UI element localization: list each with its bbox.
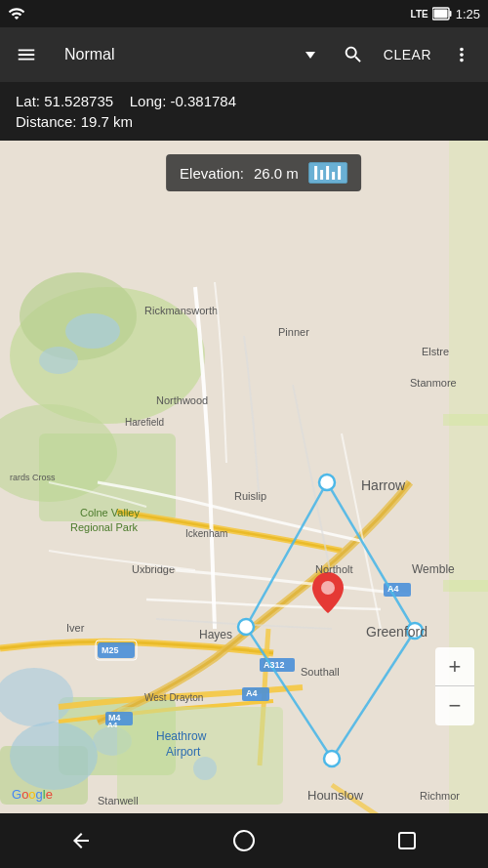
back-icon <box>69 829 93 852</box>
distance-value: 19.7 km <box>81 113 133 130</box>
svg-text:Regional Park: Regional Park <box>70 521 139 533</box>
lte-label: LTE <box>411 9 428 20</box>
svg-point-29 <box>319 475 335 490</box>
dropdown-arrow-icon <box>305 52 315 59</box>
svg-text:Southall: Southall <box>301 666 340 678</box>
toolbar: Normal CLEAR <box>0 27 488 82</box>
svg-text:Heathrow: Heathrow <box>156 729 207 743</box>
svg-point-13 <box>10 722 98 790</box>
distance-line: Distance: 19.7 km <box>16 113 472 130</box>
ruler-line-2 <box>320 170 323 180</box>
svg-text:Hayes: Hayes <box>199 628 232 641</box>
svg-rect-23 <box>443 414 488 426</box>
svg-text:M25: M25 <box>102 645 119 655</box>
more-icon <box>451 44 472 65</box>
elevation-ruler-icon <box>308 162 347 184</box>
svg-text:Colne Valley: Colne Valley <box>80 507 140 518</box>
svg-point-32 <box>238 619 254 635</box>
svg-point-33 <box>321 581 335 595</box>
svg-rect-24 <box>443 580 488 592</box>
signal-icon <box>8 5 25 22</box>
map-type-label: Normal <box>64 46 115 63</box>
svg-text:Iver: Iver <box>66 622 85 634</box>
ruler-line-4 <box>332 172 335 180</box>
svg-text:Wemble: Wemble <box>412 562 455 576</box>
recents-button[interactable] <box>384 817 430 864</box>
elevation-value: 26.0 m <box>254 165 299 182</box>
home-icon <box>232 829 256 852</box>
svg-text:Airport: Airport <box>166 745 201 759</box>
svg-rect-2 <box>433 10 447 19</box>
google-logo: Google <box>12 787 53 802</box>
svg-text:Ickenham: Ickenham <box>185 528 227 539</box>
ruler-line-3 <box>326 166 329 180</box>
svg-text:Richmor: Richmor <box>420 790 460 802</box>
svg-text:Hounslow: Hounslow <box>307 788 364 803</box>
back-button[interactable] <box>58 817 104 864</box>
svg-text:Stanwell: Stanwell <box>98 795 139 806</box>
svg-text:Harrow: Harrow <box>361 477 406 493</box>
info-bar: Lat: 51.528735 Long: -0.381784 Distance:… <box>0 82 488 141</box>
svg-text:Greenford: Greenford <box>366 624 427 640</box>
menu-button[interactable] <box>8 36 45 73</box>
status-right: LTE 1:25 <box>411 7 480 21</box>
svg-text:West Drayton: West Drayton <box>144 692 203 703</box>
toolbar-actions: CLEAR <box>335 36 480 73</box>
ruler-lines <box>314 166 341 180</box>
zoom-in-button[interactable]: + <box>435 647 474 686</box>
nav-bar <box>0 813 488 868</box>
search-button[interactable] <box>335 36 372 73</box>
lat-label: Lat: <box>16 93 40 109</box>
zoom-controls: + − <box>435 647 474 725</box>
svg-point-69 <box>193 757 217 780</box>
battery-icon <box>432 7 452 21</box>
distance-label: Distance: <box>16 113 77 130</box>
long-value: -0.381784 <box>171 93 237 109</box>
svg-point-31 <box>324 751 340 766</box>
status-time: 1:25 <box>456 7 480 21</box>
elevation-label: Elevation: <box>180 165 244 182</box>
svg-point-77 <box>234 831 254 850</box>
hamburger-icon <box>16 44 37 65</box>
svg-rect-1 <box>449 11 451 17</box>
elevation-badge: Elevation: 26.0 m <box>166 154 361 191</box>
ruler-line-1 <box>314 166 317 180</box>
svg-text:A4: A4 <box>107 721 118 729</box>
search-icon <box>343 44 364 65</box>
long-label: Long: <box>130 93 167 109</box>
svg-text:Stanmore: Stanmore <box>410 377 457 389</box>
ruler-line-5 <box>338 166 341 180</box>
svg-text:Pinner: Pinner <box>278 326 309 338</box>
svg-text:A4: A4 <box>387 584 399 594</box>
svg-point-10 <box>65 313 120 349</box>
svg-text:A312: A312 <box>264 660 285 670</box>
lat-value: 51.528735 <box>44 93 113 109</box>
svg-text:Ruislip: Ruislip <box>234 490 266 502</box>
map-type-selector[interactable]: Normal <box>53 42 327 67</box>
map-container[interactable]: Rickmansworth Northwood Harefield rards … <box>0 141 488 813</box>
clear-button[interactable]: CLEAR <box>376 39 439 70</box>
home-button[interactable] <box>221 817 267 864</box>
svg-rect-78 <box>399 833 415 848</box>
more-button[interactable] <box>443 36 480 73</box>
status-bar: LTE 1:25 <box>0 0 488 27</box>
zoom-out-button[interactable]: − <box>435 686 474 725</box>
svg-text:Rickmansworth: Rickmansworth <box>144 305 218 316</box>
svg-text:Northolt: Northolt <box>315 563 353 575</box>
svg-text:Northwood: Northwood <box>156 394 208 406</box>
svg-text:Elstre: Elstre <box>422 346 449 357</box>
svg-text:rards Cross: rards Cross <box>10 473 56 482</box>
status-left <box>8 5 25 22</box>
recents-icon <box>395 829 419 852</box>
svg-text:A4: A4 <box>246 688 258 698</box>
map-view[interactable]: Rickmansworth Northwood Harefield rards … <box>0 141 488 813</box>
svg-point-11 <box>39 347 78 374</box>
svg-text:Harefield: Harefield <box>125 417 164 428</box>
coordinates-line: Lat: 51.528735 Long: -0.381784 <box>16 93 472 109</box>
